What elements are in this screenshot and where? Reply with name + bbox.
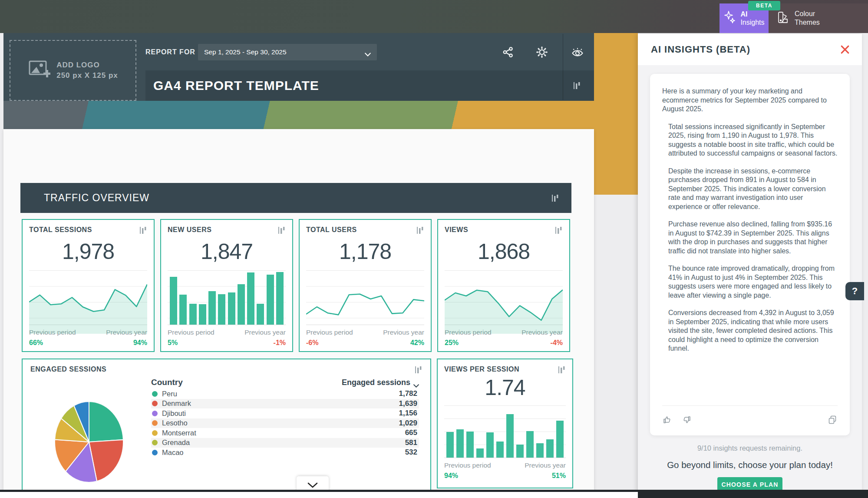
share-button[interactable] <box>498 43 518 62</box>
bar <box>456 429 464 458</box>
app-window: AI Insights BETA Colour Themes <box>0 0 868 498</box>
bar <box>238 284 245 325</box>
bar <box>267 275 274 325</box>
country-name: Montserrat <box>162 429 196 437</box>
ai-summary-text: Here is a summary of your key marketing … <box>662 87 838 362</box>
metric-value: 1,978 <box>29 239 147 264</box>
ai-insights-panel: AI INSIGHTS (BETA) Here is a summary of … <box>638 34 862 498</box>
card-title: ENGAGED SESSIONS <box>30 365 106 373</box>
colour-themes-button[interactable]: Colour Themes <box>769 3 868 33</box>
copy-icon[interactable] <box>827 415 838 425</box>
column-header-engaged-sessions[interactable]: Engaged sessions <box>342 378 419 387</box>
ai-insights-label-2: Insights <box>740 18 764 27</box>
bar <box>247 272 254 325</box>
country-name: Macao <box>162 448 184 457</box>
legend-dot <box>152 440 158 445</box>
viewport-bottom-edge-right <box>638 492 868 498</box>
ai-insights-summary-card: Here is a summary of your key marketing … <box>650 74 850 435</box>
country-name: Peru <box>162 390 177 398</box>
metric-sparkline <box>306 270 424 325</box>
bar <box>476 448 484 458</box>
metric-value: 1,868 <box>445 239 563 264</box>
widget-menu-icon[interactable] <box>139 226 147 235</box>
ai-paragraph: The bounce rate improved dramatically, d… <box>668 264 838 300</box>
table-row: Grenada581 <box>151 438 419 448</box>
preview-eye-button[interactable] <box>568 43 587 62</box>
thumbs-down-icon[interactable] <box>681 415 692 425</box>
table-row: Peru1,782 <box>151 389 419 399</box>
bar <box>446 432 454 458</box>
widget-menu-icon[interactable] <box>551 194 559 203</box>
date-range-select[interactable]: Sep 1, 2025 - Sep 30, 2025 <box>198 44 377 60</box>
close-icon[interactable] <box>839 44 851 55</box>
legend-dot <box>152 401 158 406</box>
metric-value: 1,178 <box>306 239 424 264</box>
ai-paragraph: Despite the increase in sessions, e-comm… <box>668 167 838 212</box>
prev-year-value: -1% <box>274 339 286 347</box>
bar <box>526 431 534 458</box>
bar <box>496 442 504 458</box>
country-name: Denmark <box>162 399 191 408</box>
add-logo-size: 250 px X 125 px <box>56 70 118 81</box>
prev-year-value: -4% <box>551 339 563 347</box>
report-title: GA4 REPORT TEMPLATE <box>145 78 319 93</box>
ai-insights-label-1: AI <box>740 10 764 18</box>
views-per-session-bar-chart <box>444 405 566 458</box>
metric-value: 1,847 <box>168 239 286 264</box>
widget-menu-icon[interactable] <box>416 226 424 235</box>
table-row: Montserrat665 <box>151 428 419 438</box>
bar <box>199 304 206 325</box>
header-divider <box>563 34 563 100</box>
table-row: Lesotho1,029 <box>151 418 419 428</box>
views-per-session-card: VIEWS PER SESSION 1.74 Previous period P… <box>437 359 573 488</box>
widget-menu-icon[interactable] <box>414 365 422 374</box>
ai-panel-title: AI INSIGHTS (BETA) <box>651 44 750 55</box>
widget-menu-icon[interactable] <box>554 226 563 235</box>
engaged-sessions-value: 581 <box>405 438 417 447</box>
add-logo-dropzone[interactable]: ADD LOGO 250 px X 125 px <box>10 40 136 101</box>
country-name: Djibouti <box>162 409 186 418</box>
help-button[interactable]: ? <box>845 282 864 300</box>
legend-dot <box>152 450 158 455</box>
bar <box>179 295 187 325</box>
engaged-sessions-value: 1,782 <box>399 389 417 398</box>
metric-card-total_users: TOTAL USERS1,178Previous periodPrevious … <box>299 219 432 352</box>
metric-sparkline <box>445 270 563 325</box>
metric-card-new_users: NEW USERS1,847Previous periodPrevious ye… <box>160 219 293 352</box>
bar <box>228 292 235 325</box>
image-placeholder-icon <box>28 59 50 82</box>
metric-sparkline <box>29 270 147 325</box>
report-header: ADD LOGO 250 px X 125 px REPORT FOR Sep … <box>3 33 594 101</box>
report-for-label: REPORT FOR <box>145 33 195 71</box>
upgrade-cta-text: Go beyond limits, choose your plan today… <box>638 460 862 470</box>
legend-dot <box>152 391 158 397</box>
section-title: TRAFFIC OVERVIEW <box>20 192 149 204</box>
card-title: TOTAL USERS <box>306 226 357 234</box>
prev-year-label: Previous year <box>244 329 286 336</box>
metric-card-total_sessions: TOTAL SESSIONS1,978Previous periodPrevio… <box>22 219 155 352</box>
widget-menu-icon[interactable] <box>557 365 566 374</box>
engaged-sessions-value: 665 <box>405 428 417 437</box>
column-header-country: Country <box>151 378 183 387</box>
ai-paragraph: Total sessions increased significantly i… <box>668 123 838 158</box>
ai-paragraph: Purchase revenue also declined, falling … <box>668 220 838 256</box>
prev-year-value: 42% <box>410 339 424 347</box>
bar <box>486 432 494 458</box>
prev-period-label: Previous period <box>444 461 491 469</box>
metric-card-views: VIEWS1,868Previous periodPrevious year25… <box>437 219 570 352</box>
widget-menu-icon[interactable] <box>277 226 286 235</box>
thumbs-up-icon[interactable] <box>662 415 673 425</box>
sort-chevron-icon <box>413 381 419 384</box>
prev-period-value: 66% <box>29 339 43 347</box>
card-title: TOTAL SESSIONS <box>29 226 92 234</box>
ai-paragraph: Here is a summary of your key marketing … <box>662 87 838 114</box>
settings-gear-button[interactable] <box>532 43 551 62</box>
viewport-bottom-margin <box>0 492 638 498</box>
prev-year-value: 94% <box>133 339 147 347</box>
bar <box>170 277 177 325</box>
widget-menu-icon[interactable] <box>572 81 581 90</box>
sparkles-icon <box>723 10 736 26</box>
ai-panel-header: AI INSIGHTS (BETA) <box>638 34 862 65</box>
add-logo-label: ADD LOGO <box>56 60 118 70</box>
engaged-sessions-table: Country Engaged sessions Peru1,782Denmar… <box>151 376 419 458</box>
